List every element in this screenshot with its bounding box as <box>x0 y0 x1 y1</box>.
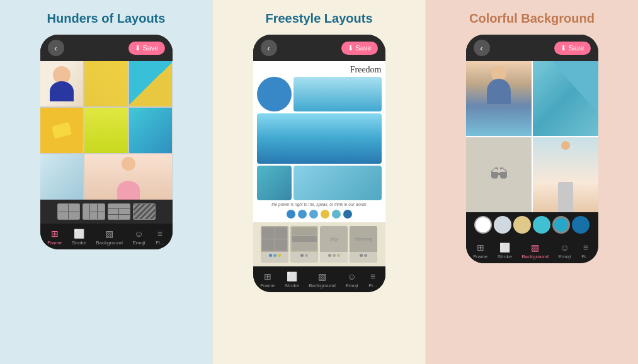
grid-cell-6 <box>129 108 173 153</box>
swatch-teal[interactable] <box>533 216 550 234</box>
phone-3-topbar: ‹ ⬇ Save <box>466 35 598 61</box>
fs-thumb-4[interactable]: Harmony <box>350 226 377 263</box>
frame-icon-2: ⊞ <box>263 271 273 282</box>
emoji-icon-3: ☺ <box>559 242 569 253</box>
layout-thumb-4[interactable] <box>133 203 156 220</box>
swatch-gold[interactable] <box>513 216 531 234</box>
nav-background-label-1: Background <box>96 240 123 246</box>
color-dot-2[interactable] <box>298 210 307 219</box>
panel-1-title-highlight: Layouts <box>117 11 166 25</box>
color-dots-2 <box>257 210 382 219</box>
phone-2: ‹ ⬇ Save Freedom <box>253 35 385 292</box>
layout-thumb-3[interactable] <box>108 203 130 220</box>
more-icon-1: ≡ <box>155 229 165 239</box>
grid-cell-5 <box>84 108 128 153</box>
color-dot-5[interactable] <box>332 210 341 219</box>
layout-thumb-2[interactable] <box>83 203 105 220</box>
nav-more-3[interactable]: ≡ Fi... <box>581 242 591 259</box>
bottom-nav-1: ⊞ Frame ⬜ Stroke ▧ Background ☺ Emoji ≡ … <box>40 224 173 249</box>
nav-background-1[interactable]: ▧ Background <box>96 229 123 246</box>
freestyle-mosaic <box>257 77 382 200</box>
nav-frame-1[interactable]: ⊞ Frame <box>47 229 62 246</box>
panel-colorful-background: Colorful Background ‹ ⬇ Save <box>426 0 638 364</box>
color-dot-1[interactable] <box>287 210 295 219</box>
freestyle-cell-ocean <box>293 166 382 200</box>
grid-cell-7 <box>40 154 84 200</box>
nav-emoji-2[interactable]: ☺ Emoji <box>345 271 358 288</box>
grid-cell-3 <box>129 61 173 106</box>
color-dot-6[interactable] <box>343 210 352 219</box>
background-icon-3: ▧ <box>530 242 540 253</box>
panel-2-title: Freestyle Layouts <box>265 11 372 26</box>
nav-more-label-3: Fi... <box>581 254 590 259</box>
bottom-nav-2: ⊞ Frame ⬜ Stroke ▧ Background ☺ Emoji ≡ … <box>253 266 385 292</box>
panel-hundreds-layouts: Hunders of Layouts ‹ ⬇ Save <box>0 0 212 364</box>
save-button-2[interactable]: ⬇ Save <box>341 42 377 55</box>
nav-stroke-label-1: Stroke <box>72 240 86 246</box>
nav-background-3[interactable]: ▧ Background <box>521 242 549 259</box>
fs-thumb-1[interactable] <box>261 226 288 263</box>
panel-3-title-prefix: Colorful <box>469 11 521 25</box>
bg-cell-sunglasses: 🕶 <box>466 137 532 212</box>
background-icon-1: ▧ <box>105 229 115 239</box>
color-dot-4[interactable] <box>321 210 329 219</box>
grid-cell-1 <box>40 61 84 106</box>
freestyle-cell-person-small <box>257 166 292 200</box>
save-button-1[interactable]: ⬇ Save <box>128 42 164 55</box>
phone-1-topbar: ‹ ⬇ Save <box>40 35 173 61</box>
swatch-light-blue[interactable] <box>494 216 511 234</box>
color-dot-3[interactable] <box>309 210 318 219</box>
emoji-icon-2: ☺ <box>346 271 356 282</box>
save-button-3[interactable]: ⬇ Save <box>554 42 590 55</box>
freestyle-cell-circle <box>257 77 292 111</box>
freestyle-thumbnails: Joy Harmony <box>253 222 385 266</box>
phone-1: ‹ ⬇ Save <box>40 35 173 249</box>
phone-2-topbar: ‹ ⬇ Save <box>253 35 385 61</box>
grid-cell-2 <box>84 61 128 106</box>
nav-background-2[interactable]: ▧ Background <box>309 271 336 288</box>
grid-cell-4 <box>40 108 84 153</box>
nav-more-1[interactable]: ≡ Fi... <box>155 229 165 246</box>
background-icon-2: ▧ <box>317 271 328 282</box>
nav-emoji-3[interactable]: ☺ Emoji <box>558 242 571 259</box>
sunglasses-icon: 🕶 <box>490 164 508 185</box>
nav-more-2[interactable]: ≡ Fi... <box>368 271 378 288</box>
grid-cell-8 <box>84 154 172 200</box>
layout-thumbnails-1 <box>40 200 173 224</box>
nav-frame-label-3: Frame <box>473 254 487 259</box>
nav-frame-2[interactable]: ⊞ Frame <box>260 271 275 288</box>
bottom-nav-3: ⊞ Frame ⬜ Stroke ▧ Background ☺ Emoji ≡ … <box>466 237 598 263</box>
back-button-3[interactable]: ‹ <box>474 40 490 56</box>
fs-thumb-3[interactable]: Joy <box>320 226 348 263</box>
nav-stroke-1[interactable]: ⬜ Stroke <box>72 229 86 246</box>
layout-thumb-1[interactable] <box>57 203 80 220</box>
nav-background-label-3: Background <box>521 254 549 259</box>
swatch-cyan-active[interactable] <box>552 216 570 234</box>
nav-stroke-2[interactable]: ⬜ Stroke <box>285 271 299 288</box>
freestyle-caption: the power is right to me, speak, or thin… <box>257 202 382 207</box>
swatch-white[interactable] <box>474 216 492 234</box>
nav-frame-label-2: Frame <box>260 283 275 288</box>
nav-stroke-label-3: Stroke <box>498 254 512 259</box>
nav-stroke-3[interactable]: ⬜ Stroke <box>498 242 512 259</box>
stroke-icon: ⬜ <box>74 229 84 239</box>
back-button-1[interactable]: ‹ <box>48 40 64 56</box>
panel-2-title-highlight: Layouts <box>324 11 373 25</box>
bg-cell-teal <box>533 61 598 136</box>
panel-2-title-prefix: Freestyle <box>265 11 324 25</box>
frame-icon-3: ⊞ <box>476 242 486 253</box>
nav-more-label-2: Fi... <box>368 283 377 288</box>
more-icon-3: ≡ <box>581 242 591 253</box>
background-collage: 🕶 <box>466 61 598 212</box>
phone-3-content: 🕶 <box>466 61 598 212</box>
fs-thumb-2[interactable] <box>290 226 318 263</box>
nav-emoji-1[interactable]: ☺ Emoji <box>132 229 145 246</box>
color-swatches-3 <box>466 212 598 237</box>
phone-1-content <box>40 61 173 200</box>
swatch-dark-blue[interactable] <box>572 216 590 234</box>
panel-3-title: Colorful Background <box>469 11 595 26</box>
back-button-2[interactable]: ‹ <box>261 40 277 56</box>
handwritten-text: Freedom <box>257 65 382 75</box>
nav-frame-3[interactable]: ⊞ Frame <box>473 242 487 259</box>
photo-grid <box>40 61 173 200</box>
